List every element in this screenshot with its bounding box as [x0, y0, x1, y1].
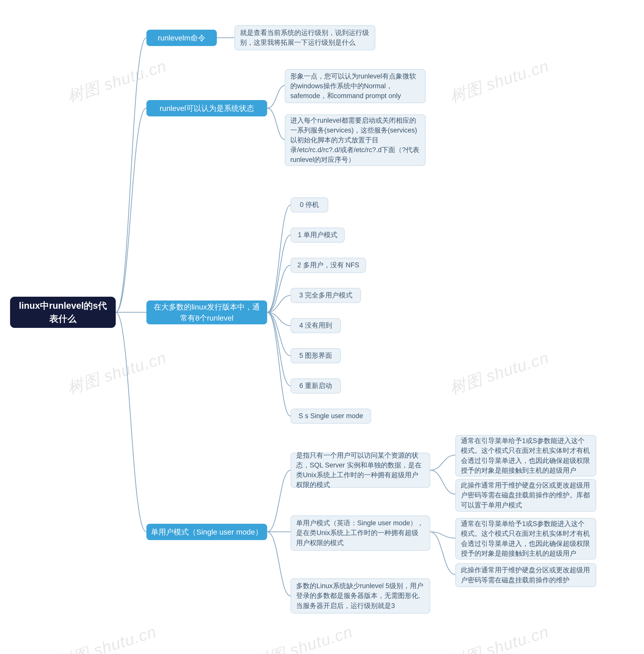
mindmap-canvas: 树图 shutu.cn 树图 shutu.cn 树图 shutu.cn 树图 s…: [0, 0, 644, 654]
leaf-sum-unix: 单用户模式（英语：Single user mode），是在类Unix系统上工作时…: [291, 515, 430, 551]
leaf-state-services: 进入每个runlevel都需要启动或关闭相应的一系列服务(services)，这…: [285, 114, 426, 166]
leaf-sum-unix-maint: 此操作通常用于维护硬盘分区或更改超级用户密码等需在磁盘挂载前操作的维护: [455, 563, 596, 587]
leaf-runlevelm-desc: 就是查看当前系统的运行级别，说到运行级别，这里我将拓展一下运行级别是什么: [234, 25, 375, 50]
branch-single-user-mode[interactable]: 单用户模式（Single user mode）: [146, 524, 267, 540]
branch-runlevel-state[interactable]: runlevel可以认为是系统状态: [146, 100, 267, 116]
leaf-sum-unix-boot: 通常在引导菜单给予1或S参数能进入这个模式。这个模式只在面对主机实体时才有机会透…: [455, 518, 596, 559]
leaf-sum-sql-boot: 通常在引导菜单给予1或S参数能进入这个模式。这个模式只在面对主机实体时才有机会透…: [455, 435, 596, 477]
leaf-sum-sql: 是指只有一个用户可以访问某个资源的状态，SQL Server 实例和单独的数据，…: [291, 453, 430, 488]
watermark: 树图 shutu.cn: [54, 621, 160, 654]
leaf-sum-rl5: 多数的Linux系统缺少runlevel 5级别，用户登录的多数都是服务器版本，…: [291, 578, 430, 613]
branch-runlevelm[interactable]: runlevelm命令: [146, 30, 217, 46]
leaf-rl6: 6 重新启动: [291, 379, 341, 393]
leaf-rl2: 2 多用户，没有 NFS: [291, 258, 366, 273]
watermark: 树图 shutu.cn: [447, 347, 552, 399]
branch-8-runlevels[interactable]: 在大多数的linux发行版本中，通常有8个runlevel: [146, 300, 267, 324]
leaf-state-windows: 形象一点，您可以认为runlevel有点象微软的windows操作系统中的Nor…: [285, 69, 426, 103]
watermark: 树图 shutu.cn: [65, 55, 169, 107]
leaf-rl0: 0 停机: [291, 197, 328, 213]
watermark: 树图 shutu.cn: [65, 347, 169, 399]
leaf-sum-sql-maint: 此操作通常用于维护硬盘分区或更改超级用户密码等需在磁盘挂载前操作的维护。库都可以…: [455, 479, 596, 512]
watermark: 树图 shutu.cn: [447, 55, 552, 107]
leaf-rl1: 1 单用户模式: [291, 227, 345, 243]
watermark: 树图 shutu.cn: [251, 621, 356, 654]
watermark: 树图 shutu.cn: [447, 621, 552, 654]
leaf-rls: S s Single user mode: [291, 409, 371, 424]
root-node[interactable]: linux中runlevel的s代表什么: [10, 297, 116, 328]
leaf-rl4: 4 没有用到: [291, 318, 341, 333]
leaf-rl3: 3 完全多用户模式: [291, 288, 361, 303]
leaf-rl5: 5 图形界面: [291, 348, 341, 363]
